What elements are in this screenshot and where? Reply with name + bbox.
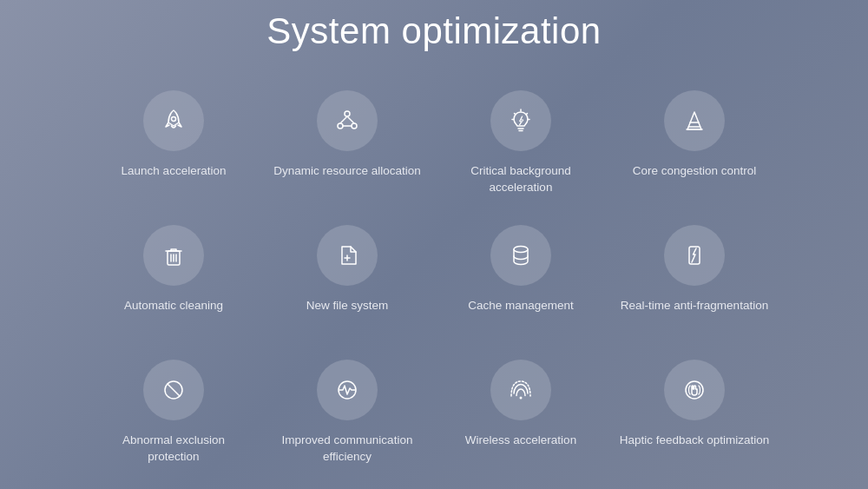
feature-cache-management: Cache management (443, 218, 599, 344)
svg-line-13 (526, 114, 527, 115)
feature-auto-cleaning: Automatic cleaning (95, 218, 252, 344)
launch-acceleration-icon-circle (143, 90, 204, 151)
core-congestion-icon-circle (664, 90, 725, 151)
new-file-system-icon-circle (317, 225, 378, 286)
feature-haptic-feedback: Haptic feedback optimization (616, 353, 773, 479)
svg-line-28 (168, 384, 180, 396)
critical-bg-label: Critical background acceleration (443, 163, 599, 196)
core-congestion-label: Core congestion control (633, 163, 757, 180)
bulb-icon (505, 105, 536, 136)
rocket-icon (158, 105, 189, 136)
launch-acceleration-label: Launch acceleration (122, 163, 227, 180)
comm-efficiency-label: Improved communication efficiency (269, 433, 425, 466)
dynamic-resource-label: Dynamic resource allocation (273, 163, 421, 180)
svg-point-3 (352, 123, 357, 129)
database-icon (505, 240, 536, 271)
feature-anti-frag: Real-time anti-fragmentation (616, 218, 773, 344)
svg-point-2 (338, 123, 343, 129)
wireless-accel-icon-circle (490, 360, 551, 420)
defrag-icon (679, 240, 710, 271)
haptic-feedback-icon-circle (664, 360, 725, 420)
anti-frag-icon-circle (664, 225, 725, 286)
auto-cleaning-label: Automatic cleaning (124, 298, 223, 314)
svg-point-0 (172, 117, 176, 122)
anti-frag-label: Real-time anti-fragmentation (621, 298, 768, 314)
feature-new-file-system: New file system (269, 218, 425, 344)
heartbeat-icon (332, 374, 363, 406)
svg-line-5 (347, 116, 354, 123)
svg-point-25 (514, 247, 528, 253)
features-grid: Launch acceleration Dynamic resource all… (95, 83, 773, 479)
traffic-icon (679, 105, 710, 136)
wireless-accel-label: Wireless acceleration (465, 433, 576, 449)
svg-line-12 (515, 114, 516, 115)
trash-icon (158, 240, 189, 271)
svg-point-1 (345, 111, 350, 116)
new-file-system-label: New file system (306, 298, 389, 314)
abnormal-exclusion-icon-circle (143, 360, 204, 420)
page-title: System optimization (266, 10, 601, 52)
feature-core-congestion: Core congestion control (616, 83, 773, 209)
feature-dynamic-resource: Dynamic resource allocation (269, 83, 425, 209)
cache-management-label: Cache management (468, 298, 574, 314)
feature-launch-acceleration: Launch acceleration (95, 83, 252, 209)
haptic-feedback-label: Haptic feedback optimization (620, 433, 770, 449)
blocked-icon (158, 374, 189, 406)
svg-line-4 (340, 116, 347, 123)
feature-wireless-accel: Wireless acceleration (443, 353, 599, 479)
nodes-icon (332, 105, 363, 136)
feature-comm-efficiency: Improved communication efficiency (269, 353, 425, 479)
cache-management-icon-circle (490, 225, 551, 286)
comm-efficiency-icon-circle (317, 360, 378, 420)
wireless-icon (505, 374, 536, 406)
dynamic-resource-icon-circle (317, 90, 378, 151)
file-icon (332, 240, 363, 271)
feature-critical-bg: Critical background acceleration (443, 83, 599, 209)
critical-bg-icon-circle (490, 90, 551, 151)
auto-cleaning-icon-circle (143, 225, 204, 286)
feature-abnormal-exclusion: Abnormal exclusion protection (95, 353, 252, 479)
svg-point-30 (520, 397, 523, 400)
abnormal-exclusion-label: Abnormal exclusion protection (95, 433, 252, 466)
haptic-icon (679, 374, 710, 406)
